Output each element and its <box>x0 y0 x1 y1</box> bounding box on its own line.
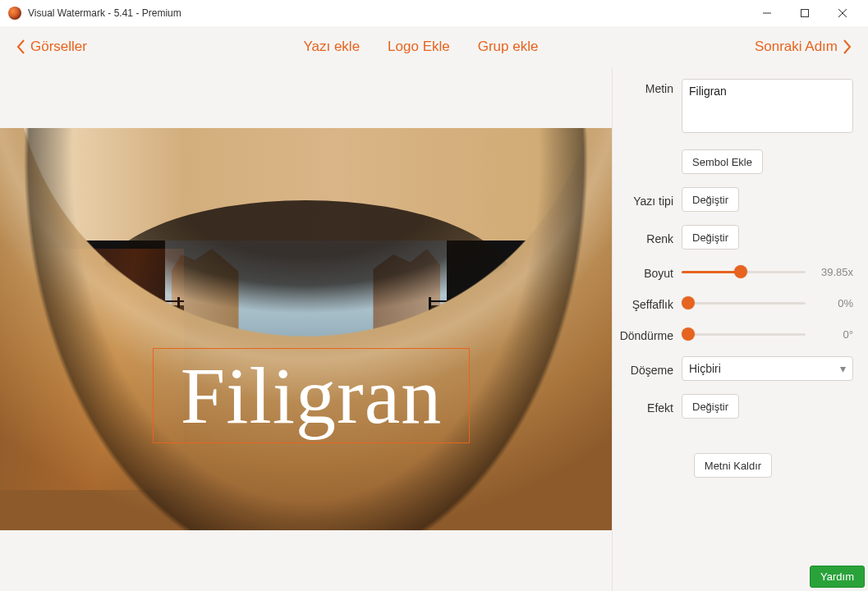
rotate-value: 0° <box>809 328 853 341</box>
label-opacity: Şeffaflık <box>613 295 682 311</box>
back-label: Görseller <box>30 39 87 55</box>
help-label: Yardım <box>820 570 854 583</box>
label-color: Renk <box>613 229 682 245</box>
properties-panel: Metin Sembol Ekle Yazı tipi Değiştir Ren… <box>612 67 868 591</box>
toolbar-tabs: Yazı ekle Logo Ekle Grup ekle <box>87 39 755 55</box>
window-controls <box>748 0 861 26</box>
help-button[interactable]: Yardım <box>810 566 865 588</box>
next-button[interactable]: Sonraki Adım <box>755 39 852 55</box>
rotate-slider-track <box>682 333 806 336</box>
row-font: Yazı tipi Değiştir <box>613 187 853 212</box>
row-add-symbol: Sembol Ekle <box>613 149 853 174</box>
opacity-slider-thumb[interactable] <box>682 296 695 309</box>
effect-change-button[interactable]: Değiştir <box>682 394 739 419</box>
maximize-button[interactable] <box>786 0 824 26</box>
next-label: Sonraki Adım <box>755 39 838 55</box>
row-rotate: Döndürme 0° <box>613 325 853 343</box>
close-icon <box>838 9 847 17</box>
bg-arch-shadow <box>0 128 612 530</box>
label-text: Metin <box>613 79 682 95</box>
minimize-icon <box>763 9 771 17</box>
watermark-selection[interactable]: Filigran <box>153 348 470 443</box>
close-button[interactable] <box>824 0 861 26</box>
row-size: Boyut 39.85x <box>613 263 853 281</box>
toolbar: Görseller Yazı ekle Logo Ekle Grup ekle … <box>0 26 868 67</box>
watermark-text[interactable]: Filigran <box>181 355 442 436</box>
row-opacity: Şeffaflık 0% <box>613 294 853 312</box>
remove-text-button[interactable]: Metni Kaldır <box>694 453 772 478</box>
tab-add-logo[interactable]: Logo Ekle <box>388 39 450 55</box>
tile-select[interactable]: Hiçbiri ▾ <box>682 356 853 381</box>
titlebar: Visual Watermark - 5.41 - Premium <box>0 0 868 26</box>
chevron-right-icon <box>843 39 852 54</box>
size-slider-thumb[interactable] <box>734 265 747 278</box>
size-value: 39.85x <box>809 266 853 278</box>
minimize-button[interactable] <box>748 0 786 26</box>
maximize-icon <box>801 9 809 17</box>
size-slider[interactable]: 39.85x <box>682 263 853 281</box>
opacity-value: 0% <box>809 297 853 309</box>
row-text: Metin <box>613 79 853 136</box>
row-effect: Efekt Değiştir <box>613 394 853 419</box>
color-change-button[interactable]: Değiştir <box>682 225 739 250</box>
row-tile: Döşeme Hiçbiri ▾ <box>613 356 853 381</box>
label-rotate: Döndürme <box>613 326 682 342</box>
row-color: Renk Değiştir <box>613 225 853 250</box>
label-tile: Döşeme <box>613 360 682 377</box>
window-title: Visual Watermark - 5.41 - Premium <box>28 7 181 19</box>
back-button[interactable]: Görseller <box>16 39 87 55</box>
image-canvas[interactable]: Filigran <box>0 128 612 530</box>
label-effect: Efekt <box>613 398 682 415</box>
text-input[interactable] <box>682 79 853 133</box>
font-change-button[interactable]: Değiştir <box>682 187 739 212</box>
chevron-left-icon <box>16 39 25 54</box>
tab-add-text[interactable]: Yazı ekle <box>303 39 360 55</box>
row-remove: Metni Kaldır <box>613 453 853 478</box>
canvas-area: Filigran <box>0 67 612 591</box>
opacity-slider-track <box>682 302 806 305</box>
tab-add-group[interactable]: Grup ekle <box>478 39 539 55</box>
main: Filigran Metin Sembol Ekle Yazı tipi Değ… <box>0 67 868 591</box>
tile-selected: Hiçbiri <box>689 362 721 375</box>
size-slider-fill <box>682 271 741 273</box>
label-font: Yazı tipi <box>613 191 682 208</box>
label-size: Boyut <box>613 263 682 280</box>
rotate-slider[interactable]: 0° <box>682 325 853 343</box>
add-symbol-button[interactable]: Sembol Ekle <box>682 149 763 174</box>
rotate-slider-thumb[interactable] <box>682 328 695 341</box>
svg-rect-0 <box>801 9 809 16</box>
app-icon <box>8 7 21 20</box>
chevron-down-icon: ▾ <box>840 362 846 375</box>
opacity-slider[interactable]: 0% <box>682 294 853 312</box>
